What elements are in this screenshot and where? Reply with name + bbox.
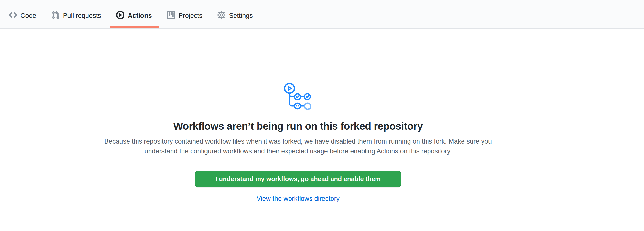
workflows-directory-link[interactable]: View the workflows directory	[256, 195, 340, 202]
tab-settings-label: Settings	[229, 13, 253, 19]
tab-code[interactable]: Code	[2, 0, 43, 28]
enable-workflows-button[interactable]: I understand my workflows, go ahead and …	[195, 171, 401, 187]
tab-projects[interactable]: Projects	[160, 0, 209, 28]
tab-actions-label: Actions	[128, 13, 152, 19]
code-icon	[9, 11, 17, 20]
workflow-graph-icon	[0, 83, 596, 111]
gear-icon	[218, 11, 226, 20]
actions-blankslate: Workflows aren’t being run on this forke…	[0, 83, 596, 203]
workflows-directory-link-row: View the workflows directory	[0, 195, 596, 203]
tab-projects-label: Projects	[178, 13, 202, 19]
project-icon	[167, 11, 175, 20]
tab-actions[interactable]: Actions	[110, 0, 158, 28]
tab-code-label: Code	[20, 13, 36, 19]
repo-tab-bar: Code Pull requests Actions Projects	[0, 0, 644, 29]
play-icon	[116, 11, 124, 20]
tab-pull-requests-label: Pull requests	[63, 13, 101, 19]
tab-settings[interactable]: Settings	[211, 0, 260, 28]
blankslate-description: Because this repository contained workfl…	[100, 137, 496, 156]
git-pull-request-icon	[52, 11, 60, 20]
blankslate-title: Workflows aren’t being run on this forke…	[0, 120, 596, 133]
tab-pull-requests[interactable]: Pull requests	[45, 0, 108, 28]
enable-button-row: I understand my workflows, go ahead and …	[0, 156, 596, 187]
